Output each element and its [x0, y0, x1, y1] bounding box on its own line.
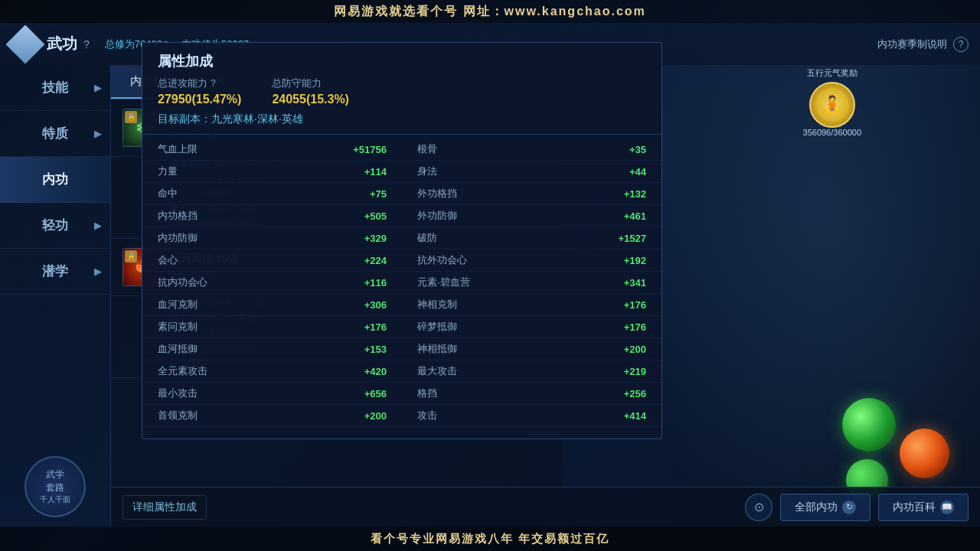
sidebar-item-tezhi[interactable]: 特质 ▶ — [0, 111, 110, 157]
lock-icon: 🔒 — [125, 111, 137, 123]
bottom-actions: 详细属性加成 ⊙ 全部内功 ↻ 内功百科 📖 — [111, 487, 980, 527]
attr-row: 攻击 +414 — [402, 405, 662, 427]
book-icon: 📖 — [940, 500, 954, 514]
attr-row: 碎梦抵御 +176 — [402, 316, 662, 338]
attr-panel-title: 属性加成 — [158, 52, 646, 70]
lock-icon: 🔒 — [125, 250, 137, 262]
attr-row: 身法 +44 — [402, 161, 662, 183]
attr-row: 力量 +114 — [142, 161, 402, 183]
watermark-bottom: 看个号专业网易游戏八年 年交易额过百亿 — [0, 527, 980, 551]
total-defense-item: 总防守能力 24055(15.3%) — [272, 77, 349, 106]
five-elements-circle: 🧘 — [809, 82, 855, 128]
attr-row: 最大攻击 +219 — [402, 360, 662, 383]
left-sidebar: 技能 ▶ 特质 ▶ 内功 轻功 ▶ 潜学 ▶ 武学 套路 千人千面 — [0, 65, 111, 527]
five-elements-icon: 🧘 — [822, 95, 842, 115]
attr-totals: 总进攻能力 ? 27950(15.47%) 总防守能力 24055(15.3%) — [158, 77, 646, 106]
detail-attr-btn[interactable]: 详细属性加成 — [122, 495, 207, 520]
attr-row: 破防 +1527 — [402, 227, 662, 249]
attr-row: 内功防御 +329 — [142, 227, 402, 249]
header-question-mark[interactable]: ? — [83, 38, 90, 51]
chevron-right-icon: ▶ — [94, 83, 101, 93]
total-attack-item: 总进攻能力 ? 27950(15.47%) — [158, 77, 241, 106]
gem-orange — [900, 429, 949, 478]
btn-group: ⊙ 全部内功 ↻ 内功百科 📖 — [745, 494, 969, 521]
five-elements-reward: 五行元气奖励 🧘 356096/360000 — [803, 67, 861, 137]
sidebar-item-jinou[interactable]: 技能 ▶ — [0, 65, 110, 111]
header-right: 内功赛季制说明 ? — [877, 37, 969, 52]
attr-row: 素问克制 +176 — [142, 316, 402, 338]
watermark-top: 网易游戏就选看个号 网址：www.kangchao.com — [0, 0, 980, 23]
header-title: 武功 — [47, 34, 77, 54]
sidebar-item-qinggong[interactable]: 轻功 ▶ — [0, 203, 110, 249]
attr-row: 最小攻击 +656 — [142, 383, 402, 405]
attr-row: 气血上限 +51756 — [142, 139, 402, 161]
refresh-icon: ↻ — [842, 500, 856, 514]
attr-panel: 属性加成 总进攻能力 ? 27950(15.47%) 总防守能力 24055(1… — [142, 42, 662, 439]
attr-row: 格挡 +256 — [402, 383, 662, 405]
five-elements-label: 五行元气奖励 — [803, 67, 861, 79]
attr-row: 会心 +224 — [142, 249, 402, 272]
sidebar-bottom: 武学 套路 千人千面 — [0, 447, 110, 527]
attr-row: 全元素攻击 +420 — [142, 360, 402, 383]
neigong-baike-btn[interactable]: 内功百科 📖 — [878, 494, 969, 521]
chevron-right-icon: ▶ — [94, 220, 101, 231]
attr-row: 首领克制 +200 — [142, 405, 402, 427]
chevron-right-icon: ▶ — [94, 266, 101, 277]
nav-circle-left[interactable]: ⊙ — [745, 494, 773, 521]
attr-row: 神相抵御 +200 — [402, 338, 662, 360]
attr-row: 命中 +75 — [142, 183, 402, 205]
attr-row: 元素·碧血营 +341 — [402, 272, 662, 294]
gem-green1 — [842, 398, 896, 452]
attr-grid: 气血上限 +51756 根骨 +35 力量 +114 身法 +44 命中 +75… — [142, 135, 662, 431]
season-help-icon[interactable]: ? — [953, 37, 969, 52]
total-attack-value: 27950(15.47%) — [158, 93, 241, 106]
season-btn[interactable]: 内功赛季制说明 — [877, 37, 947, 51]
total-defense-value: 24055(15.3%) — [272, 93, 349, 106]
attr-row: 抗外功会心 +192 — [402, 249, 662, 272]
attr-row: 外功防御 +461 — [402, 205, 662, 227]
wuxue-badge[interactable]: 武学 套路 千人千面 — [24, 456, 86, 517]
five-elements-value: 356096/360000 — [803, 128, 861, 137]
attr-row: 血河克制 +306 — [142, 294, 402, 316]
chevron-right-icon: ▶ — [94, 129, 101, 139]
attr-row: 神相克制 +176 — [402, 294, 662, 316]
logo-icon — [6, 24, 45, 64]
attr-panel-header: 属性加成 总进攻能力 ? 27950(15.47%) 总防守能力 24055(1… — [142, 43, 662, 135]
attr-target: 目标副本：九光寒林·深林·英雄 — [158, 112, 646, 126]
attr-row: 抗内功会心 +116 — [142, 272, 402, 294]
all-neigong-btn[interactable]: 全部内功 ↻ — [780, 494, 871, 521]
attr-row: 内功格挡 +505 — [142, 205, 402, 227]
attr-row: 血河抵御 +153 — [142, 338, 402, 360]
attr-row: 外功格挡 +132 — [402, 183, 662, 205]
sidebar-item-neigong[interactable]: 内功 — [0, 157, 110, 203]
attr-row: 根骨 +35 — [402, 139, 662, 161]
sidebar-item-qianxue[interactable]: 潜学 ▶ — [0, 249, 110, 295]
